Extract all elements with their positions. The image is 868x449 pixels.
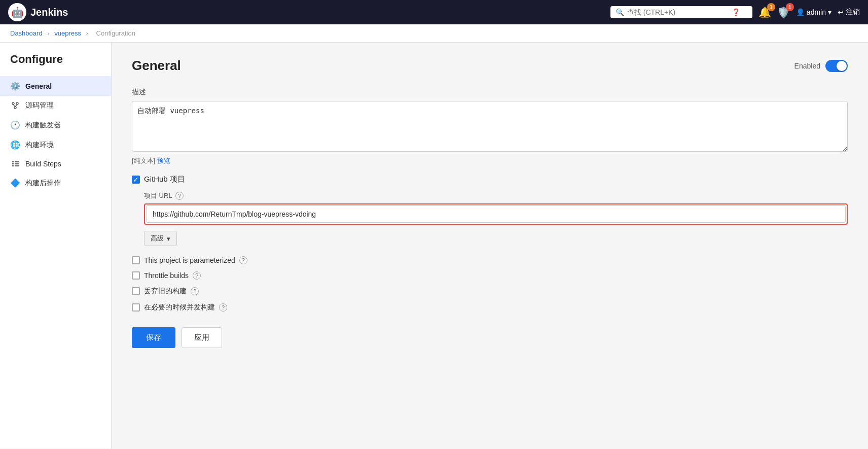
github-section: ✓ GitHub 项目 项目 URL ? 高级 ▾ <box>132 175 848 246</box>
throttle-row: Throttle builds ? <box>132 271 848 280</box>
svg-point-0 <box>12 102 14 105</box>
breadcrumb-sep-1: › <box>47 29 49 37</box>
chevron-down-icon: ▾ <box>167 235 170 243</box>
url-input-wrapper <box>144 203 848 225</box>
sidebar-item-post[interactable]: 🔷 构建后操作 <box>0 173 111 193</box>
project-url-input[interactable] <box>146 205 846 223</box>
sidebar-label-env: 构建环境 <box>25 141 54 150</box>
concurrent-row: 在必要的时候并发构建 ? <box>132 303 848 312</box>
plain-text-note: [纯文本] 预览 <box>132 156 848 165</box>
svg-rect-7 <box>12 163 14 164</box>
svg-rect-6 <box>15 161 19 162</box>
github-label: GitHub 项目 <box>144 175 185 184</box>
gear-icon: ⚙️ <box>10 81 20 91</box>
sidebar-item-source[interactable]: 源码管理 <box>0 96 111 115</box>
parameterized-label: This project is parameterized <box>144 256 235 264</box>
diamond-icon: 🔷 <box>10 178 20 188</box>
parameterized-help-icon[interactable]: ? <box>239 256 247 264</box>
notification-badge: 1 <box>767 3 775 11</box>
sidebar-item-steps[interactable]: Build Steps <box>0 155 111 173</box>
toggle-switch[interactable]: ✓ <box>825 60 848 72</box>
apply-button[interactable]: 应用 <box>182 327 222 348</box>
sidebar-title: Configure <box>0 53 111 76</box>
parameterized-checkbox[interactable] <box>132 256 140 264</box>
advanced-button[interactable]: 高级 ▾ <box>144 231 177 246</box>
discard-label: 丢弃旧的构建 <box>144 287 187 296</box>
list-icon <box>10 160 20 168</box>
save-button[interactable]: 保存 <box>132 327 175 348</box>
globe-icon: 🌐 <box>10 140 20 150</box>
svg-line-4 <box>15 105 17 107</box>
action-buttons: 保存 应用 <box>132 327 848 348</box>
discard-help-icon[interactable]: ? <box>191 287 199 295</box>
user-icon: 👤 <box>796 8 805 16</box>
toggle-knob <box>837 61 847 71</box>
checkboxes-section: This project is parameterized ? Throttle… <box>132 256 848 312</box>
preview-link[interactable]: 预览 <box>157 157 170 164</box>
breadcrumb-vuepress[interactable]: vuepress <box>54 29 81 37</box>
github-header: ✓ GitHub 项目 <box>132 175 848 184</box>
logout-label: 注销 <box>846 8 860 17</box>
github-fields: 项目 URL ? 高级 ▾ <box>144 191 848 246</box>
logout-button[interactable]: ↩ 注销 <box>838 8 860 17</box>
sidebar-label-post: 构建后操作 <box>25 179 61 188</box>
description-textarea[interactable]: 自动部署 vuepress <box>132 101 848 152</box>
logout-icon: ↩ <box>838 8 844 16</box>
help-circle-icon: ❓ <box>732 8 740 16</box>
svg-rect-9 <box>12 165 14 166</box>
concurrent-checkbox[interactable] <box>132 303 140 312</box>
top-navigation: 🤖 Jenkins 🔍 ❓ 🔔 1 🛡️ 1 👤 admin ▾ ↩ 注销 <box>0 0 868 24</box>
chevron-down-icon: ▾ <box>828 8 831 16</box>
app-name: Jenkins <box>30 7 68 18</box>
sidebar-label-triggers: 构建触发器 <box>25 121 61 130</box>
breadcrumb-current: Configuration <box>96 29 135 37</box>
breadcrumb-dashboard[interactable]: Dashboard <box>10 29 43 37</box>
advanced-label: 高级 <box>151 234 164 243</box>
discard-checkbox[interactable] <box>132 287 140 295</box>
jenkins-icon: 🤖 <box>8 3 26 21</box>
sidebar-item-env[interactable]: 🌐 构建环境 <box>0 135 111 155</box>
breadcrumb-sep-2: › <box>86 29 88 37</box>
topnav-icons: 🔔 1 🛡️ 1 👤 admin ▾ ↩ 注销 <box>758 6 860 18</box>
section-title: General <box>132 58 181 74</box>
user-menu[interactable]: 👤 admin ▾ <box>796 8 831 16</box>
sidebar-item-general[interactable]: ⚙️ General <box>0 76 111 96</box>
search-input[interactable] <box>627 8 729 16</box>
svg-line-3 <box>13 105 15 107</box>
plain-text-prefix: [纯文本] <box>132 157 155 164</box>
main-content: General Enabled ✓ 描述 自动部署 vuepress [纯文本]… <box>112 43 868 448</box>
description-section: 描述 自动部署 vuepress [纯文本] 预览 <box>132 88 848 165</box>
concurrent-help-icon[interactable]: ? <box>219 303 227 312</box>
sidebar-item-triggers[interactable]: 🕐 构建触发器 <box>0 115 111 135</box>
svg-rect-5 <box>12 161 14 162</box>
throttle-checkbox[interactable] <box>132 271 140 280</box>
search-icon: 🔍 <box>616 8 624 16</box>
concurrent-label: 在必要的时候并发构建 <box>144 303 215 312</box>
sidebar-label-steps: Build Steps <box>25 160 61 168</box>
project-url-help-icon[interactable]: ? <box>175 192 184 200</box>
svg-point-2 <box>14 107 16 109</box>
github-checkbox[interactable]: ✓ <box>132 176 140 184</box>
svg-rect-8 <box>15 163 19 164</box>
search-bar[interactable]: 🔍 ❓ <box>610 6 752 18</box>
source-icon <box>10 101 20 110</box>
sidebar-label-general: General <box>25 82 52 90</box>
sidebar: Configure ⚙️ General 源码管理 🕐 构建触发器 🌐 <box>0 43 112 448</box>
clock-icon: 🕐 <box>10 120 20 130</box>
notification-bell[interactable]: 🔔 1 <box>758 6 771 18</box>
app-logo[interactable]: 🤖 Jenkins <box>8 3 68 21</box>
throttle-help-icon[interactable]: ? <box>193 271 201 280</box>
svg-point-1 <box>16 102 18 105</box>
enabled-label: Enabled <box>794 62 820 70</box>
svg-rect-10 <box>15 165 19 166</box>
security-badge: 1 <box>786 3 794 11</box>
security-shield[interactable]: 🛡️ 1 <box>777 6 790 18</box>
section-header: General Enabled ✓ <box>132 58 848 74</box>
main-layout: Configure ⚙️ General 源码管理 🕐 构建触发器 🌐 <box>0 43 868 448</box>
description-label: 描述 <box>132 88 848 97</box>
breadcrumb: Dashboard › vuepress › Configuration <box>0 24 868 43</box>
enabled-toggle[interactable]: Enabled ✓ <box>794 60 848 72</box>
discard-row: 丢弃旧的构建 ? <box>132 287 848 296</box>
parameterized-row: This project is parameterized ? <box>132 256 848 264</box>
throttle-label: Throttle builds <box>144 271 189 280</box>
